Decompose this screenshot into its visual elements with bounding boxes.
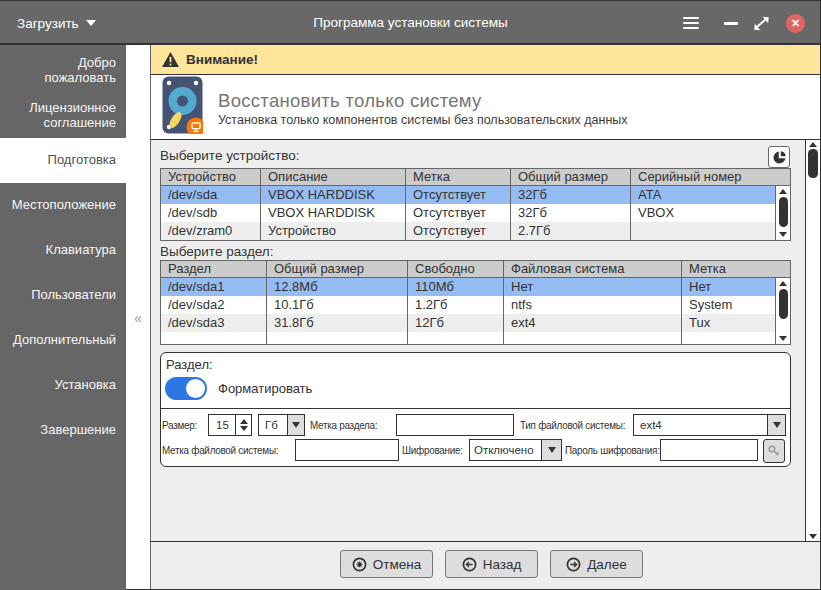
minimize-icon[interactable] <box>724 22 738 25</box>
password-input[interactable] <box>660 439 758 461</box>
sidebar-item-preparation[interactable]: Подготовка <box>0 138 126 183</box>
unit-dropdown-button[interactable] <box>287 415 304 435</box>
encryption-value: Отключено <box>474 440 534 460</box>
encryption-dropdown[interactable]: Отключено <box>469 439 562 461</box>
sidebar-item-welcome[interactable]: Добро пожаловать <box>0 48 126 93</box>
table-scrollbar-thumb[interactable] <box>779 289 788 319</box>
table-cell: /dev/sda2 <box>161 296 267 314</box>
partition-panel-label: Раздел: <box>166 357 213 372</box>
table-cell: /dev/sdb <box>161 204 261 222</box>
table-row[interactable]: /dev/zram0УстройствоОтсутствует2.7Гб <box>161 222 790 240</box>
encryption-label: Шифрование: <box>402 439 463 461</box>
encryption-dropdown-button[interactable] <box>541 440 561 460</box>
table-cell: Tux <box>682 314 776 332</box>
back-icon <box>462 557 477 572</box>
column-header[interactable]: Файловая система <box>504 261 682 277</box>
scroll-up-icon[interactable] <box>809 142 817 147</box>
scroll-up-icon[interactable] <box>779 189 787 194</box>
sidebar-item-keyboard[interactable]: Клавиатура <box>0 228 126 273</box>
table-cell: 2.7Гб <box>511 222 631 240</box>
fs-label-input[interactable] <box>295 439 399 461</box>
scroll-down-icon[interactable] <box>779 232 787 237</box>
warning-banner: Внимание! <box>151 45 820 75</box>
sidebar-item-location[interactable]: Местоположение <box>0 183 126 228</box>
show-password-button[interactable] <box>763 439 785 463</box>
back-label: Назад <box>483 557 522 572</box>
table-cell: 32Гб <box>511 204 631 222</box>
scroll-down-icon[interactable] <box>779 336 787 341</box>
panel-divider <box>161 408 790 409</box>
column-header[interactable]: Свободно <box>408 261 504 277</box>
table-row[interactable]: /dev/sda210.1Гб1.2ГбntfsSystem <box>161 296 790 314</box>
table-scrollbar[interactable] <box>775 278 790 344</box>
table-scrollbar-thumb[interactable] <box>779 197 788 227</box>
table-row[interactable]: /dev/sdbVBOX HARDDISKОтсутствует32ГбVBOX <box>161 204 790 222</box>
main-scrollbar-thumb[interactable] <box>808 149 818 178</box>
size-spinner-buttons[interactable] <box>235 415 251 435</box>
cancel-button[interactable]: Отмена <box>340 550 433 578</box>
chevron-down-icon <box>773 422 781 428</box>
warning-icon <box>162 52 179 67</box>
spin-up-icon <box>240 419 248 424</box>
partition-section-label: Выберите раздел: <box>160 244 273 259</box>
column-header[interactable]: Раздел <box>161 261 267 277</box>
load-dropdown-button[interactable]: Загрузить <box>17 14 96 32</box>
table-cell: 10.1Гб <box>267 296 408 314</box>
table-cell: /dev/sda <box>161 186 261 204</box>
sidebar-item-additional[interactable]: Дополнительный <box>0 318 126 363</box>
chevron-down-icon <box>548 447 556 453</box>
next-button[interactable]: Далее <box>550 550 643 578</box>
sidebar-collapse-strip[interactable]: « <box>126 45 151 590</box>
column-header[interactable]: Общий размер <box>267 261 408 277</box>
column-header[interactable]: Серийный номер <box>631 169 777 185</box>
table-header-row: РазделОбщий размерСвободноФайловая систе… <box>161 261 790 278</box>
table-cell: 12Гб <box>408 314 504 332</box>
table-row[interactable]: /dev/sda112.8Мб110МбНетНет <box>161 278 790 296</box>
unit-dropdown[interactable]: Гб <box>258 414 305 436</box>
column-header[interactable]: Описание <box>261 169 406 185</box>
table-cell: Нет <box>682 278 776 296</box>
column-header[interactable]: Метка <box>682 261 776 277</box>
partition-label-input[interactable] <box>396 414 514 436</box>
table-cell: 12.8Мб <box>267 278 408 296</box>
size-spinner[interactable]: 15 <box>208 414 252 436</box>
table-cell: ext4 <box>504 314 682 332</box>
table-row[interactable]: /dev/sdaVBOX HARDDISKОтсутствует32ГбATA <box>161 186 790 204</box>
close-button[interactable]: ✕ <box>786 14 805 33</box>
format-toggle[interactable] <box>165 377 207 400</box>
column-header[interactable]: Метка <box>406 169 511 185</box>
table-cell <box>631 222 777 240</box>
table-cell: ntfs <box>504 296 682 314</box>
fs-type-dropdown[interactable]: ext4 <box>633 414 786 436</box>
column-divider <box>260 186 261 240</box>
column-divider <box>681 278 682 344</box>
table-cell: VBOX HARDDISK <box>261 204 406 222</box>
scroll-up-icon[interactable] <box>779 281 787 286</box>
sidebar-item-license[interactable]: Лицензионное соглашение <box>0 93 126 138</box>
table-scrollbar[interactable] <box>775 186 790 240</box>
column-divider <box>405 186 406 240</box>
title-bar: Программа установки системы Загрузить ✕ <box>0 0 821 45</box>
chevron-down-icon <box>86 20 96 26</box>
installer-window: Программа установки системы Загрузить ✕ … <box>0 0 821 590</box>
fs-type-dropdown-button[interactable] <box>767 415 785 435</box>
table-cell: 31.8Гб <box>267 314 408 332</box>
fs-type-label: Тип файловой системы: <box>520 414 625 436</box>
sidebar-item-users[interactable]: Пользователи <box>0 273 126 318</box>
table-row[interactable]: /dev/sda331.8Гб12Гбext4Tux <box>161 314 790 332</box>
page-title: Восстановить только систему <box>218 90 482 112</box>
column-header[interactable]: Общий размер <box>511 169 631 185</box>
back-button[interactable]: Назад <box>445 550 538 578</box>
table-cell: Отсутствует <box>406 186 511 204</box>
sidebar-item-install[interactable]: Установка <box>0 363 126 408</box>
scroll-down-icon[interactable] <box>809 534 817 539</box>
table-cell: 32Гб <box>511 186 631 204</box>
disk-usage-button[interactable] <box>768 146 790 168</box>
main-scrollbar[interactable] <box>805 140 820 541</box>
maximize-icon[interactable] <box>751 14 772 33</box>
table-cell: /dev/sda1 <box>161 278 267 296</box>
menu-icon[interactable] <box>683 17 699 29</box>
collapse-chevron-icon: « <box>134 310 142 326</box>
column-header[interactable]: Устройство <box>161 169 261 185</box>
sidebar-item-finish[interactable]: Завершение <box>0 408 126 453</box>
